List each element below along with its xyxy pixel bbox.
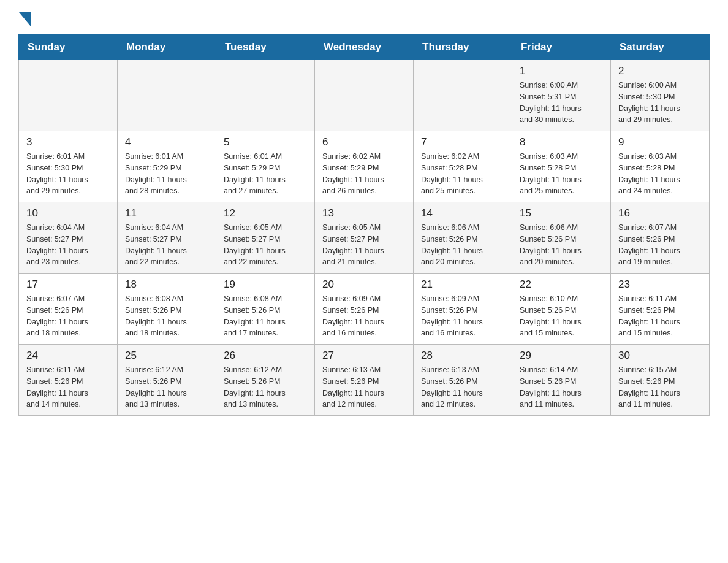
day-number: 9 <box>618 136 702 148</box>
calendar-table: SundayMondayTuesdayWednesdayThursdayFrid… <box>18 34 710 416</box>
day-info: Sunrise: 6:05 AM Sunset: 5:27 PM Dayligh… <box>322 222 406 268</box>
weekday-header-friday: Friday <box>512 35 611 60</box>
calendar-cell: 30Sunrise: 6:15 AM Sunset: 5:26 PM Dayli… <box>611 345 710 416</box>
calendar-cell: 10Sunrise: 6:04 AM Sunset: 5:27 PM Dayli… <box>19 202 118 274</box>
calendar-cell: 8Sunrise: 6:03 AM Sunset: 5:28 PM Daylig… <box>512 131 611 202</box>
weekday-header-saturday: Saturday <box>611 35 710 60</box>
header <box>18 12 710 25</box>
calendar-week-row: 1Sunrise: 6:00 AM Sunset: 5:31 PM Daylig… <box>19 60 710 131</box>
day-info: Sunrise: 6:06 AM Sunset: 5:26 PM Dayligh… <box>421 222 504 268</box>
calendar-cell: 4Sunrise: 6:01 AM Sunset: 5:29 PM Daylig… <box>118 131 216 202</box>
day-info: Sunrise: 6:08 AM Sunset: 5:26 PM Dayligh… <box>125 293 208 339</box>
day-info: Sunrise: 6:06 AM Sunset: 5:26 PM Dayligh… <box>520 222 603 268</box>
day-info: Sunrise: 6:11 AM Sunset: 5:26 PM Dayligh… <box>26 364 110 410</box>
day-number: 11 <box>125 207 208 220</box>
day-info: Sunrise: 6:04 AM Sunset: 5:27 PM Dayligh… <box>26 222 110 268</box>
day-number: 26 <box>224 350 307 362</box>
calendar-cell: 29Sunrise: 6:14 AM Sunset: 5:26 PM Dayli… <box>512 345 611 416</box>
weekday-header-tuesday: Tuesday <box>216 35 315 60</box>
calendar-cell: 22Sunrise: 6:10 AM Sunset: 5:26 PM Dayli… <box>512 274 611 345</box>
day-number: 15 <box>520 207 603 220</box>
day-number: 16 <box>618 207 702 220</box>
calendar-cell: 19Sunrise: 6:08 AM Sunset: 5:26 PM Dayli… <box>216 274 315 345</box>
day-info: Sunrise: 6:01 AM Sunset: 5:29 PM Dayligh… <box>224 151 307 197</box>
day-number: 7 <box>421 136 504 148</box>
day-number: 18 <box>125 278 208 291</box>
calendar-cell: 11Sunrise: 6:04 AM Sunset: 5:27 PM Dayli… <box>118 202 216 274</box>
day-number: 22 <box>520 278 603 291</box>
day-number: 20 <box>322 278 406 291</box>
day-info: Sunrise: 6:14 AM Sunset: 5:26 PM Dayligh… <box>520 364 603 410</box>
weekday-header-thursday: Thursday <box>414 35 512 60</box>
svg-marker-0 <box>19 12 31 27</box>
day-info: Sunrise: 6:10 AM Sunset: 5:26 PM Dayligh… <box>520 293 603 339</box>
calendar-cell: 3Sunrise: 6:01 AM Sunset: 5:30 PM Daylig… <box>19 131 118 202</box>
day-number: 6 <box>322 136 406 148</box>
calendar-cell: 24Sunrise: 6:11 AM Sunset: 5:26 PM Dayli… <box>19 345 118 416</box>
day-info: Sunrise: 6:08 AM Sunset: 5:26 PM Dayligh… <box>224 293 307 339</box>
day-number: 10 <box>26 207 110 220</box>
day-number: 12 <box>224 207 307 220</box>
day-info: Sunrise: 6:02 AM Sunset: 5:28 PM Dayligh… <box>421 151 504 197</box>
day-number: 4 <box>125 136 208 148</box>
calendar-cell: 9Sunrise: 6:03 AM Sunset: 5:28 PM Daylig… <box>611 131 710 202</box>
calendar-cell <box>414 60 512 131</box>
logo-arrow-icon <box>19 12 31 27</box>
day-number: 27 <box>322 350 406 362</box>
day-info: Sunrise: 6:11 AM Sunset: 5:26 PM Dayligh… <box>618 293 702 339</box>
day-number: 14 <box>421 207 504 220</box>
calendar-cell <box>118 60 216 131</box>
day-number: 3 <box>26 136 110 148</box>
day-info: Sunrise: 6:03 AM Sunset: 5:28 PM Dayligh… <box>520 151 603 197</box>
logo <box>18 12 32 25</box>
calendar-cell: 5Sunrise: 6:01 AM Sunset: 5:29 PM Daylig… <box>216 131 315 202</box>
calendar-week-row: 17Sunrise: 6:07 AM Sunset: 5:26 PM Dayli… <box>19 274 710 345</box>
weekday-header-monday: Monday <box>118 35 216 60</box>
calendar-week-row: 24Sunrise: 6:11 AM Sunset: 5:26 PM Dayli… <box>19 345 710 416</box>
day-info: Sunrise: 6:01 AM Sunset: 5:30 PM Dayligh… <box>26 151 110 197</box>
day-info: Sunrise: 6:00 AM Sunset: 5:30 PM Dayligh… <box>618 80 702 126</box>
calendar-cell <box>216 60 315 131</box>
day-number: 13 <box>322 207 406 220</box>
calendar-cell: 6Sunrise: 6:02 AM Sunset: 5:29 PM Daylig… <box>315 131 414 202</box>
day-info: Sunrise: 6:09 AM Sunset: 5:26 PM Dayligh… <box>322 293 406 339</box>
day-number: 19 <box>224 278 307 291</box>
calendar-cell: 7Sunrise: 6:02 AM Sunset: 5:28 PM Daylig… <box>414 131 512 202</box>
calendar-week-row: 3Sunrise: 6:01 AM Sunset: 5:30 PM Daylig… <box>19 131 710 202</box>
day-info: Sunrise: 6:00 AM Sunset: 5:31 PM Dayligh… <box>520 80 603 126</box>
day-number: 30 <box>618 350 702 362</box>
calendar-cell: 16Sunrise: 6:07 AM Sunset: 5:26 PM Dayli… <box>611 202 710 274</box>
day-number: 28 <box>421 350 504 362</box>
calendar-cell: 28Sunrise: 6:13 AM Sunset: 5:26 PM Dayli… <box>414 345 512 416</box>
day-number: 29 <box>520 350 603 362</box>
weekday-header-wednesday: Wednesday <box>315 35 414 60</box>
logo-text <box>18 12 32 27</box>
day-number: 1 <box>520 65 603 77</box>
day-info: Sunrise: 6:07 AM Sunset: 5:26 PM Dayligh… <box>618 222 702 268</box>
day-number: 23 <box>618 278 702 291</box>
day-info: Sunrise: 6:02 AM Sunset: 5:29 PM Dayligh… <box>322 151 406 197</box>
calendar-cell: 25Sunrise: 6:12 AM Sunset: 5:26 PM Dayli… <box>118 345 216 416</box>
calendar-cell <box>19 60 118 131</box>
day-number: 2 <box>618 65 702 77</box>
calendar-cell: 12Sunrise: 6:05 AM Sunset: 5:27 PM Dayli… <box>216 202 315 274</box>
day-info: Sunrise: 6:04 AM Sunset: 5:27 PM Dayligh… <box>125 222 208 268</box>
calendar-cell <box>315 60 414 131</box>
calendar-cell: 18Sunrise: 6:08 AM Sunset: 5:26 PM Dayli… <box>118 274 216 345</box>
day-info: Sunrise: 6:12 AM Sunset: 5:26 PM Dayligh… <box>125 364 208 410</box>
day-number: 5 <box>224 136 307 148</box>
calendar-cell: 17Sunrise: 6:07 AM Sunset: 5:26 PM Dayli… <box>19 274 118 345</box>
calendar-week-row: 10Sunrise: 6:04 AM Sunset: 5:27 PM Dayli… <box>19 202 710 274</box>
day-info: Sunrise: 6:12 AM Sunset: 5:26 PM Dayligh… <box>224 364 307 410</box>
day-info: Sunrise: 6:15 AM Sunset: 5:26 PM Dayligh… <box>618 364 702 410</box>
calendar-cell: 13Sunrise: 6:05 AM Sunset: 5:27 PM Dayli… <box>315 202 414 274</box>
day-info: Sunrise: 6:01 AM Sunset: 5:29 PM Dayligh… <box>125 151 208 197</box>
calendar-cell: 2Sunrise: 6:00 AM Sunset: 5:30 PM Daylig… <box>611 60 710 131</box>
calendar-cell: 1Sunrise: 6:00 AM Sunset: 5:31 PM Daylig… <box>512 60 611 131</box>
calendar-cell: 21Sunrise: 6:09 AM Sunset: 5:26 PM Dayli… <box>414 274 512 345</box>
calendar-cell: 14Sunrise: 6:06 AM Sunset: 5:26 PM Dayli… <box>414 202 512 274</box>
day-info: Sunrise: 6:13 AM Sunset: 5:26 PM Dayligh… <box>421 364 504 410</box>
weekday-header-sunday: Sunday <box>19 35 118 60</box>
day-info: Sunrise: 6:13 AM Sunset: 5:26 PM Dayligh… <box>322 364 406 410</box>
day-number: 21 <box>421 278 504 291</box>
